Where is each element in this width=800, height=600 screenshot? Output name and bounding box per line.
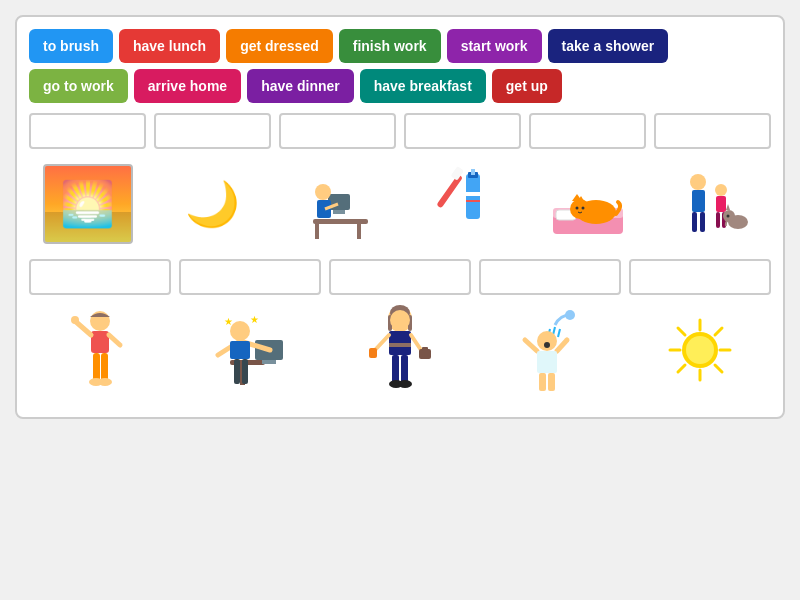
image-sun [629, 305, 771, 395]
image-row-2: ★ ★ [29, 305, 771, 395]
svg-point-5 [315, 184, 331, 200]
svg-rect-14 [450, 167, 463, 181]
svg-line-76 [558, 329, 560, 337]
svg-marker-34 [726, 204, 730, 210]
svg-rect-81 [537, 351, 557, 373]
svg-rect-0 [313, 219, 368, 224]
svg-rect-25 [692, 190, 705, 212]
word-chip-get-dressed[interactable]: get dressed [226, 29, 333, 63]
answer-box-row2-1[interactable] [29, 259, 171, 295]
svg-rect-68 [422, 347, 428, 351]
svg-rect-70 [401, 355, 408, 383]
word-bank: to brushhave lunchget dressedfinish work… [29, 29, 771, 103]
word-chip-start-work[interactable]: start work [447, 29, 542, 63]
svg-rect-2 [357, 224, 361, 239]
svg-point-28 [715, 184, 727, 196]
word-chip-take-shower[interactable]: take a shower [548, 29, 669, 63]
image-showering [479, 305, 621, 395]
answer-box-row2-4[interactable] [479, 259, 621, 295]
svg-rect-8 [466, 174, 480, 219]
word-chip-go-to-work[interactable]: go to work [29, 69, 128, 103]
svg-line-66 [411, 335, 421, 350]
image-getup [29, 305, 171, 395]
main-container: to brushhave lunchget dressedfinish work… [15, 15, 785, 419]
image-computer-tired: ★ ★ [179, 305, 321, 395]
word-chip-get-up[interactable]: get up [492, 69, 562, 103]
svg-line-40 [109, 335, 120, 345]
svg-line-80 [557, 340, 567, 351]
svg-rect-69 [392, 355, 399, 383]
word-chip-finish-work[interactable]: finish work [339, 29, 441, 63]
svg-rect-52 [230, 341, 250, 359]
answer-box-row2-2[interactable] [179, 259, 321, 295]
word-chip-arrive-home[interactable]: arrive home [134, 69, 241, 103]
svg-point-19 [570, 199, 590, 219]
svg-rect-41 [93, 353, 100, 381]
svg-rect-54 [242, 359, 248, 384]
svg-rect-1 [315, 224, 319, 239]
svg-rect-37 [91, 331, 109, 353]
image-toothpaste [404, 159, 521, 249]
svg-line-89 [715, 365, 722, 372]
image-get-dressed [329, 305, 471, 395]
svg-rect-10 [471, 169, 475, 175]
svg-point-35 [726, 215, 729, 218]
svg-rect-13 [436, 174, 463, 209]
svg-rect-11 [466, 192, 480, 196]
svg-rect-12 [466, 200, 480, 202]
svg-rect-83 [548, 373, 555, 391]
svg-rect-65 [369, 348, 377, 358]
image-sunrise [29, 159, 146, 249]
svg-point-61 [390, 310, 410, 330]
svg-line-64 [375, 335, 389, 350]
svg-rect-82 [539, 373, 546, 391]
word-chip-have-breakfast[interactable]: have breakfast [360, 69, 486, 103]
svg-point-73 [565, 310, 575, 320]
svg-rect-42 [101, 353, 108, 381]
image-family-shower [654, 159, 771, 249]
svg-text:★: ★ [250, 314, 259, 325]
svg-rect-30 [716, 212, 720, 228]
image-moon: 🌙 [154, 159, 271, 249]
answer-box-row1-5[interactable] [529, 113, 646, 149]
svg-point-78 [544, 342, 550, 348]
svg-line-79 [525, 340, 537, 351]
svg-point-22 [575, 207, 578, 210]
svg-point-49 [230, 321, 250, 341]
svg-rect-63 [389, 343, 411, 347]
svg-line-88 [678, 328, 685, 335]
image-sleeping [529, 159, 646, 249]
image-desk-work [279, 159, 396, 249]
answer-row-1 [29, 113, 771, 149]
svg-line-91 [678, 365, 685, 372]
svg-text:★: ★ [224, 316, 233, 327]
svg-rect-29 [716, 196, 726, 212]
answer-box-row1-1[interactable] [29, 113, 146, 149]
svg-point-44 [98, 378, 112, 386]
svg-rect-26 [692, 212, 697, 232]
svg-point-72 [398, 380, 412, 388]
word-chip-have-dinner[interactable]: have dinner [247, 69, 354, 103]
word-chip-have-lunch[interactable]: have lunch [119, 29, 220, 63]
answer-row-2 [29, 259, 771, 295]
svg-rect-4 [333, 210, 345, 214]
answer-box-row2-3[interactable] [329, 259, 471, 295]
svg-point-23 [581, 207, 584, 210]
answer-box-row1-6[interactable] [654, 113, 771, 149]
answer-box-row1-4[interactable] [404, 113, 521, 149]
svg-rect-48 [262, 360, 276, 364]
answer-box-row2-5[interactable] [629, 259, 771, 295]
svg-point-24 [690, 174, 706, 190]
answer-box-row1-3[interactable] [279, 113, 396, 149]
answer-box-row1-2[interactable] [154, 113, 271, 149]
svg-point-93 [686, 336, 714, 364]
svg-rect-53 [234, 359, 240, 384]
svg-point-39 [71, 316, 79, 324]
image-row-1: 🌙 [29, 159, 771, 249]
svg-line-90 [715, 328, 722, 335]
svg-rect-27 [700, 212, 705, 232]
word-chip-to-brush[interactable]: to brush [29, 29, 113, 63]
